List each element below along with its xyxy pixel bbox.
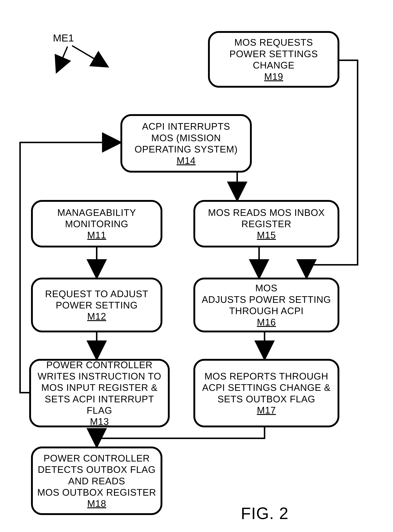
node-m15-text: MOS READS MOS INBOXREGISTER bbox=[208, 207, 325, 230]
node-m17: MOS REPORTS THROUGHACPI SETTINGS CHANGE … bbox=[193, 359, 339, 427]
node-m16-id: M16 bbox=[257, 317, 276, 328]
node-m12: REQUEST TO ADJUSTPOWER SETTING M12 bbox=[31, 278, 162, 332]
node-m18-id: M18 bbox=[87, 498, 106, 509]
edge-m17-to-m18 bbox=[97, 427, 265, 447]
node-m18: POWER CONTROLLERDETECTS OUTBOX FLAGAND R… bbox=[31, 447, 162, 515]
me1-arrow-1 bbox=[57, 47, 68, 72]
figure-label: FIG. 2 bbox=[241, 504, 289, 523]
label-me1: ME1 bbox=[53, 32, 74, 44]
me1-arrow-2 bbox=[72, 46, 108, 67]
node-m15-id: M15 bbox=[257, 230, 276, 241]
node-m13-text: POWER CONTROLLERWRITES INSTRUCTION TOMOS… bbox=[35, 359, 164, 416]
node-m11-text: MANAGEABILITYMONITORING bbox=[57, 207, 136, 230]
node-m17-id: M17 bbox=[257, 405, 276, 416]
flowchart-canvas: ME1 MOS REQUESTSPOWER SETTINGSCHANGE M19… bbox=[0, 0, 393, 532]
edge-m13-to-m14 bbox=[20, 142, 120, 393]
node-m19: MOS REQUESTSPOWER SETTINGSCHANGE M19 bbox=[208, 31, 339, 88]
node-m12-id: M12 bbox=[87, 311, 106, 322]
node-m15: MOS READS MOS INBOXREGISTER M15 bbox=[193, 200, 339, 247]
node-m12-text: REQUEST TO ADJUSTPOWER SETTING bbox=[45, 288, 148, 311]
node-m19-id: M19 bbox=[264, 71, 283, 82]
node-m14: ACPI INTERRUPTSMOS (MISSIONOPERATING SYS… bbox=[120, 114, 252, 173]
node-m18-text: POWER CONTROLLERDETECTS OUTBOX FLAGAND R… bbox=[37, 452, 156, 498]
node-m13-id: M13 bbox=[90, 416, 109, 427]
node-m19-text: MOS REQUESTSPOWER SETTINGSCHANGE bbox=[230, 37, 318, 71]
node-m13: POWER CONTROLLERWRITES INSTRUCTION TOMOS… bbox=[29, 359, 170, 427]
node-m16-text: MOSADJUSTS POWER SETTINGTHROUGH ACPI bbox=[202, 282, 331, 316]
node-m14-text: ACPI INTERRUPTSMOS (MISSIONOPERATING SYS… bbox=[135, 121, 238, 155]
node-m11: MANAGEABILITYMONITORING M11 bbox=[31, 200, 162, 247]
node-m11-id: M11 bbox=[87, 230, 106, 241]
node-m16: MOSADJUSTS POWER SETTINGTHROUGH ACPI M16 bbox=[193, 278, 339, 332]
node-m17-text: MOS REPORTS THROUGHACPI SETTINGS CHANGE … bbox=[202, 371, 331, 405]
node-m14-id: M14 bbox=[177, 155, 196, 166]
